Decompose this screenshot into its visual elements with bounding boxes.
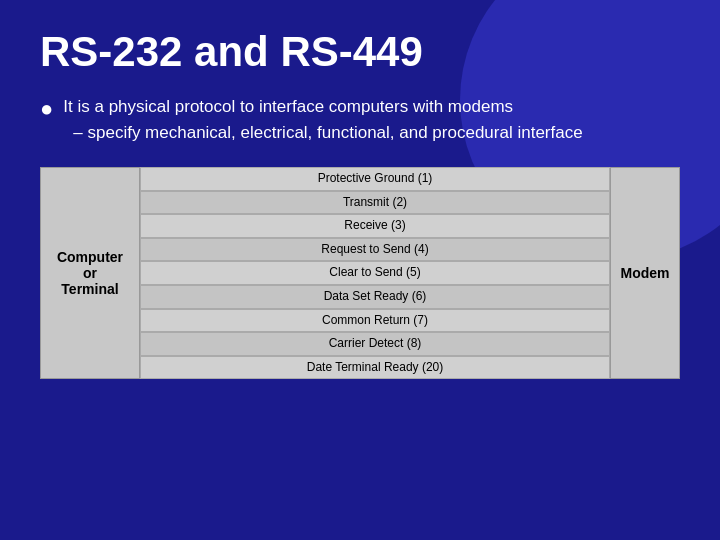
- channel-row: Clear to Send (5): [140, 261, 610, 285]
- channel-row: Protective Ground (1): [140, 167, 610, 191]
- page-title: RS-232 and RS-449: [40, 28, 680, 76]
- channel-row: Date Terminal Ready (20): [140, 356, 610, 380]
- rs232-diagram: ComputerorTerminal Protective Ground (1)…: [40, 167, 680, 379]
- computer-terminal-box: ComputerorTerminal: [40, 167, 140, 379]
- channel-row: Transmit (2): [140, 191, 610, 215]
- modem-label: Modem: [621, 265, 670, 281]
- channel-row: Request to Send (4): [140, 238, 610, 262]
- bullet-main: It is a physical protocol to interface c…: [63, 97, 513, 116]
- bullet-icon: ●: [40, 96, 53, 122]
- channel-row: Data Set Ready (6): [140, 285, 610, 309]
- channels-list: Protective Ground (1) Transmit (2) Recei…: [140, 167, 610, 379]
- bullet-sub: – specify mechanical, electrical, functi…: [63, 123, 582, 142]
- main-content: RS-232 and RS-449 ● It is a physical pro…: [0, 0, 720, 399]
- computer-terminal-label: ComputerorTerminal: [57, 249, 123, 297]
- modem-box: Modem: [610, 167, 680, 379]
- channel-row: Carrier Detect (8): [140, 332, 610, 356]
- bullet-text: It is a physical protocol to interface c…: [63, 94, 582, 145]
- channel-row: Receive (3): [140, 214, 610, 238]
- channel-common-return: Common Return (7): [140, 309, 610, 333]
- bullet-section: ● It is a physical protocol to interface…: [40, 94, 680, 145]
